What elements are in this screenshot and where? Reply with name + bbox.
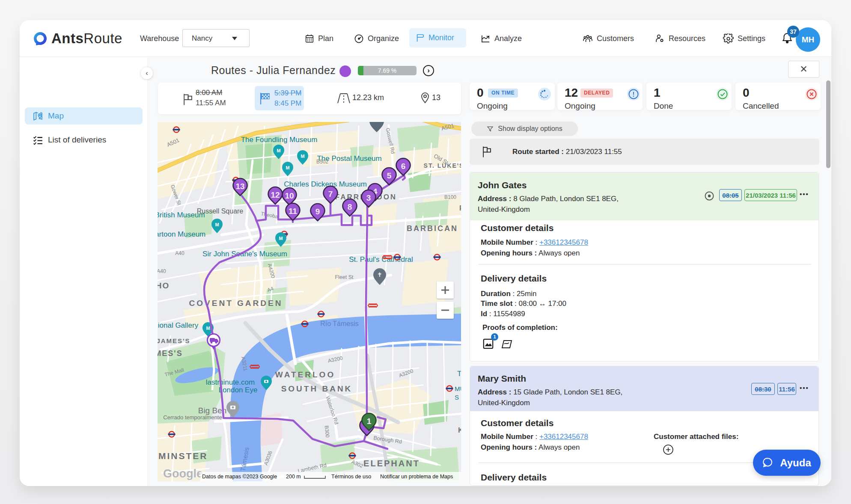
svg-text:M: M: [215, 222, 219, 227]
svg-text:lastminute.com: lastminute.com: [206, 378, 255, 386]
svg-text:1: 1: [367, 417, 372, 426]
svg-text:10: 10: [285, 191, 294, 200]
svg-text:A40: A40: [158, 268, 166, 274]
svg-text:M: M: [277, 148, 280, 153]
svg-text:S: S: [455, 394, 459, 401]
svg-text:Russell Square: Russell Square: [197, 208, 244, 215]
svg-text:A40: A40: [175, 250, 184, 256]
svg-text:M: M: [206, 326, 210, 331]
svg-text:5: 5: [387, 171, 392, 180]
svg-text:The Foundling Museum: The Foundling Museum: [241, 136, 318, 144]
svg-text:Cerrado temporalmente: Cerrado temporalmente: [163, 414, 222, 421]
svg-text:Charles Dickens Museum: Charles Dickens Museum: [284, 180, 367, 188]
svg-text:B502: B502: [316, 159, 328, 165]
svg-text:Río Támesis: Río Támesis: [320, 320, 359, 327]
svg-text:11: 11: [289, 207, 298, 216]
svg-text:London Eye: London Eye: [219, 386, 258, 394]
svg-text:200 m: 200 m: [286, 474, 301, 480]
svg-text:F: F: [459, 205, 461, 212]
svg-text:6: 6: [401, 162, 406, 171]
svg-text:B100: B100: [444, 194, 456, 200]
svg-text:M: M: [279, 236, 283, 241]
svg-text:12: 12: [271, 190, 280, 199]
svg-text:Fleet St: Fleet St: [335, 274, 354, 280]
svg-text:COVENT GARDEN: COVENT GARDEN: [189, 299, 283, 308]
svg-text:MINSTER: MINSTER: [158, 451, 208, 461]
svg-text:The S: The S: [457, 370, 461, 378]
svg-text:8: 8: [348, 202, 352, 211]
svg-text:SOUTH BANK: SOUTH BANK: [281, 384, 353, 393]
svg-text:✝: ✝: [377, 271, 382, 278]
svg-text:BARBICAN: BARBICAN: [407, 224, 458, 233]
svg-text:7: 7: [328, 190, 333, 199]
svg-text:3: 3: [366, 193, 371, 202]
svg-text:Google: Google: [163, 467, 203, 480]
svg-text:MES'S: MES'S: [158, 349, 183, 358]
svg-text:KI: KI: [458, 426, 461, 434]
svg-text:Notificar un problema de Maps: Notificar un problema de Maps: [380, 474, 453, 480]
svg-text:B300: B300: [324, 425, 330, 438]
svg-text:ELEPHANT: ELEPHANT: [363, 459, 420, 468]
svg-text:WATERLOO: WATERLOO: [275, 370, 335, 379]
svg-text:MU: MU: [455, 385, 461, 392]
svg-text:M: M: [286, 165, 289, 170]
svg-text:ional Gallery: ional Gallery: [158, 321, 199, 329]
svg-text:HO: HO: [158, 281, 170, 290]
svg-text:Datos de mapas ©2023 Google: Datos de mapas ©2023 Google: [202, 474, 277, 480]
svg-text:e Cartoon Museum: e Cartoon Museum: [158, 230, 205, 238]
svg-text:13: 13: [235, 182, 244, 191]
svg-text:M: M: [301, 154, 304, 159]
svg-text:JAMES'S: JAMES'S: [158, 337, 190, 344]
svg-text:Términos de uso: Términos de uso: [331, 474, 371, 480]
svg-text:St. Paul's Cathedral: St. Paul's Cathedral: [349, 255, 413, 264]
svg-text:9: 9: [315, 207, 320, 216]
